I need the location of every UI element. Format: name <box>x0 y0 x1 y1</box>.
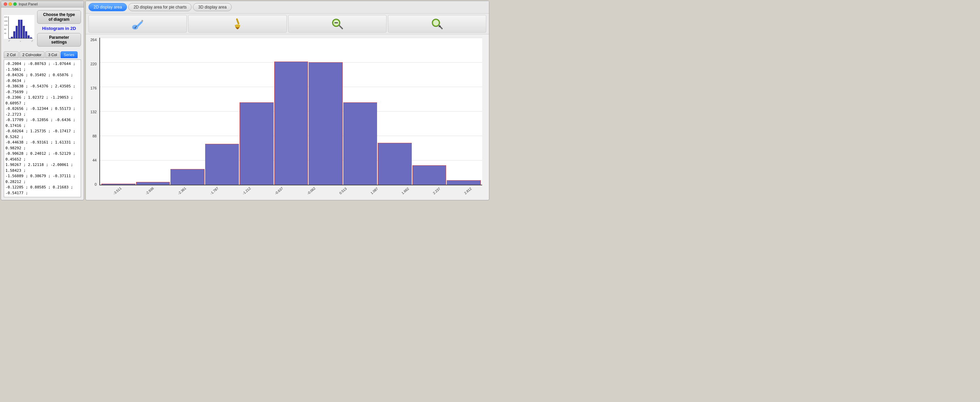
tab-series[interactable]: Series <box>60 51 77 58</box>
brush-button[interactable] <box>188 15 286 33</box>
data-content: -0.2004 ; -0.80763 ; -1.07644 ; -1.5061 … <box>5 61 79 197</box>
svg-rect-10 <box>18 20 20 38</box>
bar-1 <box>102 184 135 185</box>
svg-rect-25 <box>236 18 240 25</box>
panel-top: 225 180 135 90 45 -3.5 0 2.8 Choose <box>1 8 84 49</box>
bar-8 <box>343 102 377 185</box>
minimize-dot[interactable] <box>8 2 12 6</box>
x-label-9: 1.662 <box>401 187 410 195</box>
x-label-7: 0.513 <box>339 187 347 195</box>
maximize-dot[interactable] <box>13 2 17 6</box>
x-label-6: -0.062 <box>306 186 316 195</box>
panel-buttons: Choose the type of diagram Histogram in … <box>37 10 81 47</box>
svg-rect-11 <box>21 20 22 38</box>
svg-text:225: 225 <box>4 16 8 18</box>
close-dot[interactable] <box>4 2 7 6</box>
svg-text:2.8: 2.8 <box>30 40 33 42</box>
x-label-10: 2.237 <box>432 187 441 195</box>
bar-4 <box>205 144 239 185</box>
x-label-1: -2.936 <box>145 186 155 195</box>
bar-5 <box>240 102 274 185</box>
y-label-44: 44 <box>92 158 97 162</box>
y-label-88: 88 <box>92 134 97 138</box>
tab-2col-color[interactable]: 2 Col+color <box>19 51 45 58</box>
svg-point-32 <box>433 20 439 25</box>
svg-rect-9 <box>16 26 18 38</box>
svg-rect-7 <box>11 37 13 38</box>
panel-titlebar: Input Panel <box>1 1 84 8</box>
bar-10 <box>412 165 447 185</box>
bar-6 <box>274 62 308 185</box>
panel-title: Input Panel <box>19 2 38 6</box>
mini-histogram: 225 180 135 90 45 -3.5 0 2.8 <box>4 15 34 42</box>
y-label-264: 264 <box>91 38 97 42</box>
bars-container <box>100 38 482 185</box>
y-label-176: 176 <box>91 86 97 90</box>
svg-text:135: 135 <box>4 24 8 26</box>
bar-11 <box>447 180 481 185</box>
svg-marker-22 <box>137 21 143 27</box>
tab-3d-display[interactable]: 3D display area <box>193 3 231 11</box>
choose-diagram-button[interactable]: Choose the type of diagram <box>37 10 81 24</box>
search-minus-icon <box>331 18 343 30</box>
chart-with-labels: -3.511 -2.936 -2.361 -1.787 -1.212 -0.63… <box>99 38 482 193</box>
search-zoom-button[interactable] <box>288 15 387 33</box>
svg-line-29 <box>339 25 342 29</box>
brush-icon <box>231 18 243 30</box>
bar-9 <box>378 143 412 185</box>
search-cursor-icon <box>431 18 443 30</box>
x-label-2: -2.361 <box>177 186 187 195</box>
bar-2 <box>136 182 170 185</box>
svg-rect-13 <box>25 31 27 38</box>
y-label-0: 0 <box>95 182 97 186</box>
x-label-11: 2.812 <box>463 187 472 195</box>
data-tabs-row: 2 Col 2 Col+color 3 Col Series <box>1 49 84 58</box>
svg-text:-3.5: -3.5 <box>8 39 11 42</box>
diagram-type-label: Histogram in 2D <box>37 26 81 31</box>
chart-area: 264 220 176 132 88 44 0 <box>86 34 489 200</box>
tab-2d-display[interactable]: 2D display area <box>89 3 127 11</box>
x-label-4: -1.212 <box>242 186 251 195</box>
parameter-settings-button[interactable]: Parameter settings <box>37 33 81 47</box>
svg-text:0: 0 <box>19 40 21 42</box>
svg-rect-14 <box>27 35 30 38</box>
x-axis-labels: -3.511 -2.936 -2.361 -1.787 -1.212 -0.63… <box>99 185 482 193</box>
svg-text:90: 90 <box>4 28 6 30</box>
x-label-3: -1.787 <box>210 186 220 195</box>
y-label-220: 220 <box>91 62 97 66</box>
right-panel: 2D display area 2D display area for pie … <box>86 1 489 200</box>
bar-3 <box>170 169 205 185</box>
x-label-8: 1.087 <box>370 187 379 195</box>
svg-text:180: 180 <box>4 20 8 22</box>
bar-7 <box>309 62 343 185</box>
x-label-5: -0.637 <box>274 186 284 195</box>
input-panel: Input Panel 225 180 135 90 45 <box>1 1 84 200</box>
pencil-button[interactable] <box>89 15 187 33</box>
chart-box <box>99 38 482 185</box>
y-label-132: 132 <box>91 110 97 114</box>
search-select-button[interactable] <box>388 15 486 33</box>
tab-3col[interactable]: 3 Col <box>45 51 60 58</box>
x-label-0: -3.511 <box>113 186 123 195</box>
tab-2d-pie[interactable]: 2D display area for pie charts <box>128 3 192 11</box>
tab-2col[interactable]: 2 Col <box>4 51 19 58</box>
pencil-icon <box>132 18 144 30</box>
svg-text:45: 45 <box>4 32 6 34</box>
display-tabs-row: 2D display area 2D display area for pie … <box>86 1 489 14</box>
y-axis: 264 220 176 132 88 44 0 <box>89 38 99 193</box>
toolbar-row <box>86 14 489 34</box>
window-controls <box>4 2 17 6</box>
svg-rect-8 <box>13 31 15 38</box>
data-textarea[interactable]: -0.2004 ; -0.80763 ; -1.07644 ; -1.5061 … <box>4 59 81 197</box>
svg-rect-12 <box>23 26 25 38</box>
